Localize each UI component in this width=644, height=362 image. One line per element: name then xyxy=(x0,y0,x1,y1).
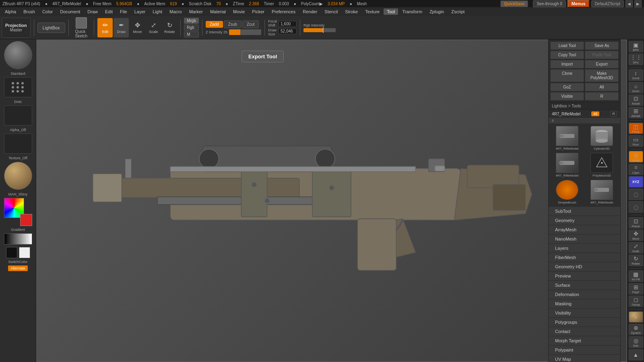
menu-preferences[interactable]: Preferences xyxy=(268,8,299,15)
uv-map-item[interactable]: UV Map xyxy=(549,355,620,362)
bpr-button[interactable]: ▣ BPR xyxy=(629,41,643,52)
menu-zplugin[interactable]: Zplugin xyxy=(426,8,447,15)
menu-alpha[interactable]: Alpha xyxy=(2,8,19,15)
subtool-item[interactable]: SubTool xyxy=(549,207,620,216)
quicksave-button[interactable]: QuickSave xyxy=(500,0,528,7)
menu-picker[interactable]: Picker xyxy=(249,8,268,15)
thumb-rifle-1[interactable]: 4R7_RifleModel xyxy=(550,125,584,151)
menu-stencil[interactable]: Stencil xyxy=(321,8,341,15)
menu-macro[interactable]: Macro xyxy=(166,8,185,15)
focal-shift-value[interactable]: 1,600 xyxy=(279,21,297,27)
material-preview[interactable] xyxy=(4,162,32,190)
model-r-button[interactable]: R xyxy=(610,111,617,117)
contact-item[interactable]: Contact xyxy=(549,327,620,336)
model-area[interactable]: Export Tool xyxy=(36,39,627,362)
polyf-button[interactable]: ⊞ PolyF xyxy=(629,283,643,294)
alternate-button[interactable]: Alternate xyxy=(8,265,27,271)
goz-button[interactable]: GoZ xyxy=(550,83,584,91)
zadd-button[interactable]: Zadd xyxy=(206,21,223,28)
rotate-button[interactable]: ↻ Rotate xyxy=(162,18,177,37)
thumb-rifle-2[interactable]: 4R7_RifleModel xyxy=(550,152,584,178)
copy-tool-button[interactable]: Copy Tool xyxy=(550,51,584,59)
visible-button[interactable]: Visible xyxy=(550,92,584,101)
solo-button[interactable]: ◎ Solo xyxy=(629,336,643,348)
transp-button[interactable]: ◻ Transp xyxy=(629,296,643,307)
dots-preview[interactable] xyxy=(4,77,32,97)
frame-button[interactable]: ⊡ Frame xyxy=(629,217,643,228)
zcut-button[interactable]: Zcut xyxy=(242,21,259,28)
persp-button[interactable]: ◫ Persp xyxy=(629,123,643,134)
geometry-item[interactable]: Geometry xyxy=(549,216,620,225)
fibermesh-item[interactable]: FiberMesh xyxy=(549,253,620,262)
m-button[interactable]: M xyxy=(184,31,199,37)
up-arrow-button[interactable]: ▲ xyxy=(629,349,643,360)
alpha-preview[interactable] xyxy=(4,105,32,125)
sym2-button[interactable]: ◌ xyxy=(629,201,643,212)
menu-document[interactable]: Document xyxy=(57,8,83,15)
floor-button[interactable]: ▭ Floor xyxy=(629,135,643,146)
dynami-button[interactable]: ⊕ Dynami xyxy=(629,324,643,335)
thumb-rifle-3[interactable]: 4R7_RifleModel xyxy=(585,179,619,205)
masking-item[interactable]: Masking xyxy=(549,299,620,309)
brush-preview[interactable] xyxy=(4,41,32,69)
default-zscript-button[interactable]: DefaultZScript xyxy=(591,0,624,7)
menu-zscript[interactable]: Zscript xyxy=(448,8,468,15)
rotate-rs-button[interactable]: ↻ Rotate xyxy=(629,255,643,266)
sym1-button[interactable]: ◌ xyxy=(629,189,643,200)
preview-item[interactable]: Preview xyxy=(549,272,620,281)
r-button[interactable]: R xyxy=(585,92,619,101)
lightbox-button[interactable]: LightBox xyxy=(37,23,65,33)
ins-fill-button[interactable]: ▦ Ins Fill xyxy=(629,270,643,282)
paste-tool-button[interactable]: Paste Tool xyxy=(585,51,619,59)
clone-button[interactable]: Clone xyxy=(550,69,584,82)
aahalf-button[interactable]: ⊞ AAHalf xyxy=(629,107,643,118)
menu-tool[interactable]: Tool xyxy=(384,8,398,15)
draw-size-value[interactable]: 52,046 xyxy=(279,28,297,34)
see-through-button[interactable]: See-through 0 xyxy=(533,0,566,7)
switch-color-button[interactable]: SwitchColor xyxy=(8,260,27,264)
menu-color[interactable]: Color xyxy=(39,8,56,15)
arrow-right-button[interactable]: ▶ xyxy=(634,0,642,7)
edit-button[interactable]: ✏ Edit xyxy=(97,18,113,37)
menu-transform[interactable]: Transform xyxy=(399,8,425,15)
menus-button[interactable]: Menus xyxy=(568,0,590,8)
xyz-button[interactable]: XYZ xyxy=(629,176,643,187)
menu-layer[interactable]: Layer xyxy=(131,8,149,15)
visibility-item[interactable]: Visibility xyxy=(549,309,620,318)
arrow-left-button[interactable]: ◀ xyxy=(625,0,633,7)
polygroups-item[interactable]: Polygroups xyxy=(549,318,620,327)
local-button[interactable]: ◎ Local xyxy=(629,151,643,162)
arraymesh-item[interactable]: ArrayMesh xyxy=(549,225,620,234)
make-polymesh-button[interactable]: Make PolyMesh3D xyxy=(585,69,619,82)
geometry-hd-item[interactable]: Geometry HD xyxy=(549,262,620,272)
z-intensity-slider[interactable] xyxy=(229,29,261,35)
mat-button[interactable]: ● xyxy=(629,311,643,323)
nanomesh-item[interactable]: NanoMesh xyxy=(549,234,620,244)
polypaint-item[interactable]: Polypaint xyxy=(549,346,620,355)
export-button[interactable]: Export xyxy=(585,60,619,68)
morph-target-item[interactable]: Morph Target xyxy=(549,336,620,346)
spix-button[interactable]: ⋮⋮ SPix xyxy=(629,53,643,65)
menu-render[interactable]: Render xyxy=(299,8,320,15)
projection-master-button[interactable]: Projection Master xyxy=(2,18,31,38)
zoom-button[interactable]: ⌕ Zoom xyxy=(629,82,643,93)
import-button[interactable]: Import xyxy=(550,60,584,68)
menu-draw[interactable]: Draw xyxy=(84,8,101,15)
texture-preview[interactable] xyxy=(4,134,32,154)
menu-marker[interactable]: Marker xyxy=(186,8,206,15)
mrgb-button[interactable]: Mrgb xyxy=(184,18,199,24)
menu-material[interactable]: Material xyxy=(207,8,229,15)
white-swatch[interactable] xyxy=(19,247,30,258)
all-button[interactable]: All xyxy=(585,83,619,91)
rgb-intensity-slider[interactable] xyxy=(303,28,336,32)
actual-button[interactable]: ⊡ Actual xyxy=(629,95,643,106)
surface-item[interactable]: Surface xyxy=(549,281,620,290)
gradient-bar[interactable] xyxy=(4,233,32,245)
layers-item[interactable]: Layers xyxy=(549,244,620,253)
viewport[interactable]: Export Tool Load Tool Save As Copy Tool … xyxy=(36,39,627,362)
thumb-simplebrush[interactable]: SimpleBrush xyxy=(550,179,584,205)
draw-button[interactable]: ✒ Draw xyxy=(114,18,129,37)
menu-movie[interactable]: Movie xyxy=(230,8,248,15)
scale-button[interactable]: ⤢ Scale xyxy=(146,18,161,37)
load-tool-button[interactable]: Load Tool xyxy=(550,41,584,50)
